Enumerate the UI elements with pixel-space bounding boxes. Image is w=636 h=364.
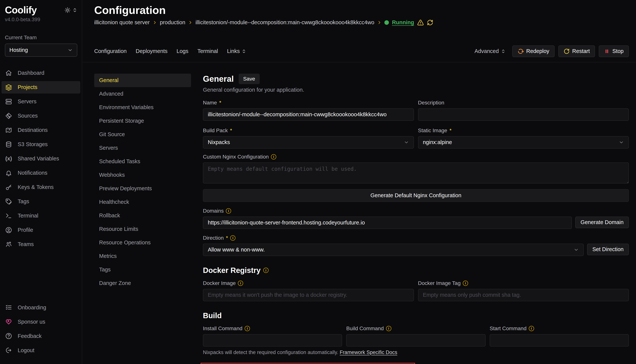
- users-icon: [5, 241, 12, 248]
- docker-image-tag-input[interactable]: [418, 289, 629, 301]
- breadcrumb-project[interactable]: illicitonion quote server: [94, 19, 150, 26]
- tab-bar: Configuration Deployments Logs Terminal …: [94, 46, 629, 57]
- install-command-input[interactable]: [203, 334, 342, 346]
- generate-nginx-config-button[interactable]: Generate Default Nginx Configuration: [203, 189, 629, 202]
- sidebar-item-notifications[interactable]: Notifications: [2, 167, 80, 179]
- domains-input[interactable]: [203, 216, 572, 229]
- sidebar: Coolify v4.0.0-beta.399 Current Team Hos…: [0, 0, 82, 364]
- submenu-git-source[interactable]: Git Source: [94, 128, 191, 141]
- sidebar-footer-nav: Onboarding Sponsor us Feedback Logout: [0, 301, 82, 364]
- breadcrumb-application[interactable]: illicitestonion/-module--decomposition:m…: [195, 19, 374, 26]
- restart-button[interactable]: Restart: [558, 46, 595, 57]
- submenu-rollback[interactable]: Rollback: [94, 209, 191, 222]
- submenu-advanced[interactable]: Advanced: [94, 87, 191, 101]
- git-source-icon: [5, 112, 12, 119]
- start-command-input[interactable]: [490, 334, 629, 346]
- sidebar-item-logout[interactable]: Logout: [2, 344, 80, 356]
- bell-icon: [5, 170, 12, 176]
- sidebar-item-projects[interactable]: Projects: [2, 81, 80, 94]
- refresh-status-icon[interactable]: [427, 19, 433, 26]
- submenu-persistent-storage[interactable]: Persistent Storage: [94, 114, 191, 128]
- build-pack-label: Build Pack*: [203, 128, 414, 134]
- build-command-input[interactable]: [346, 334, 485, 346]
- submenu-preview-deployments[interactable]: Preview Deployments: [94, 182, 191, 195]
- sidebar-item-profile[interactable]: Profile: [2, 224, 80, 236]
- sidebar-item-sponsor-us[interactable]: Sponsor us: [2, 316, 80, 328]
- sidebar-item-feedback[interactable]: Feedback: [2, 330, 80, 342]
- description-input[interactable]: [418, 108, 629, 121]
- sidebar-item-label: Sponsor us: [18, 319, 45, 325]
- framework-docs-link[interactable]: Framework Specific Docs: [340, 350, 397, 355]
- parens-x-icon: (x): [5, 156, 12, 162]
- submenu-scheduled-tasks[interactable]: Scheduled Tasks: [94, 155, 191, 168]
- sidebar-item-sources[interactable]: Sources: [2, 110, 80, 122]
- submenu-tags[interactable]: Tags: [94, 263, 191, 276]
- info-icon[interactable]: i: [463, 280, 468, 286]
- generate-domain-button[interactable]: Generate Domain: [575, 216, 629, 228]
- sidebar-item-dashboard[interactable]: Dashboard: [2, 67, 80, 79]
- sidebar-item-tags[interactable]: Tags: [2, 195, 80, 208]
- tab-logs[interactable]: Logs: [176, 48, 188, 54]
- sidebar-item-teams[interactable]: Teams: [2, 238, 80, 250]
- sidebar-item-keys-tokens[interactable]: Keys & Tokens: [2, 181, 80, 194]
- sidebar-item-label: Sources: [18, 113, 38, 119]
- sidebar-item-onboarding[interactable]: Onboarding: [2, 301, 80, 314]
- set-direction-button[interactable]: Set Direction: [587, 244, 629, 255]
- tab-links[interactable]: Links: [227, 48, 246, 54]
- docker-image-input[interactable]: [203, 289, 414, 301]
- info-icon[interactable]: i: [226, 208, 231, 214]
- chevrons-updown-icon[interactable]: [72, 8, 77, 12]
- general-form: General Save General configuration for y…: [203, 74, 629, 364]
- tab-configuration[interactable]: Configuration: [94, 48, 127, 54]
- stop-button[interactable]: Stop: [599, 46, 629, 57]
- sidebar-item-destinations[interactable]: Destinations: [2, 124, 80, 136]
- submenu-servers[interactable]: Servers: [94, 141, 191, 155]
- coolify-app: Coolify v4.0.0-beta.399 Current Team Hos…: [0, 0, 636, 364]
- key-icon: [5, 184, 12, 191]
- restart-icon: [564, 48, 570, 54]
- tab-deployments[interactable]: Deployments: [136, 48, 167, 54]
- static-image-select[interactable]: nginx:alpine: [418, 136, 629, 148]
- direction-select[interactable]: Allow www & non-www.: [203, 244, 584, 256]
- sidebar-item-s3-storages[interactable]: S3 Storages: [2, 138, 80, 151]
- info-icon[interactable]: i: [245, 326, 250, 331]
- submenu-environment-variables[interactable]: Environment Variables: [94, 101, 191, 114]
- save-button[interactable]: Save: [239, 74, 260, 84]
- sidebar-item-label: Notifications: [18, 170, 47, 176]
- sidebar-item-servers[interactable]: Servers: [2, 96, 80, 108]
- sidebar-item-label: Onboarding: [18, 304, 46, 311]
- redeploy-button[interactable]: Redeploy: [512, 46, 555, 57]
- submenu-danger-zone[interactable]: Danger Zone: [94, 276, 191, 290]
- layers-icon: [5, 84, 12, 91]
- submenu-healthcheck[interactable]: Healthcheck: [94, 195, 191, 209]
- info-icon[interactable]: i: [529, 326, 534, 331]
- build-pack-select[interactable]: Nixpacks: [203, 136, 414, 148]
- sidebar-item-terminal[interactable]: Terminal: [2, 210, 80, 222]
- chevron-down-icon: [68, 48, 73, 53]
- breadcrumb-environment[interactable]: production: [160, 19, 185, 26]
- app-logo: Coolify: [5, 5, 37, 15]
- custom-nginx-textarea[interactable]: [203, 162, 629, 184]
- status-running-link[interactable]: Running: [392, 19, 414, 26]
- sidebar-item-shared-variables[interactable]: (x) Shared Variables: [2, 152, 80, 165]
- info-icon[interactable]: i: [230, 235, 236, 240]
- name-input[interactable]: [203, 108, 414, 121]
- page-title: Configuration: [94, 4, 629, 16]
- team-select[interactable]: Hosting: [5, 44, 77, 57]
- info-icon[interactable]: i: [238, 280, 243, 286]
- tag-icon: [5, 198, 12, 205]
- submenu-metrics[interactable]: Metrics: [94, 250, 191, 263]
- submenu-webhooks[interactable]: Webhooks: [94, 168, 191, 182]
- submenu-resource-limits[interactable]: Resource Limits: [94, 222, 191, 236]
- info-icon[interactable]: i: [271, 154, 276, 160]
- info-icon[interactable]: i: [263, 268, 269, 273]
- tab-terminal[interactable]: Terminal: [197, 48, 218, 54]
- warning-triangle-icon[interactable]: [417, 19, 424, 26]
- theme-toggle-icon[interactable]: [65, 7, 71, 13]
- advanced-dropdown[interactable]: Advanced: [475, 48, 506, 54]
- pause-icon: [604, 48, 610, 54]
- chevron-down-icon: [574, 247, 579, 252]
- submenu-general[interactable]: General: [94, 74, 191, 87]
- submenu-resource-operations[interactable]: Resource Operations: [94, 236, 191, 250]
- info-icon[interactable]: i: [386, 326, 391, 331]
